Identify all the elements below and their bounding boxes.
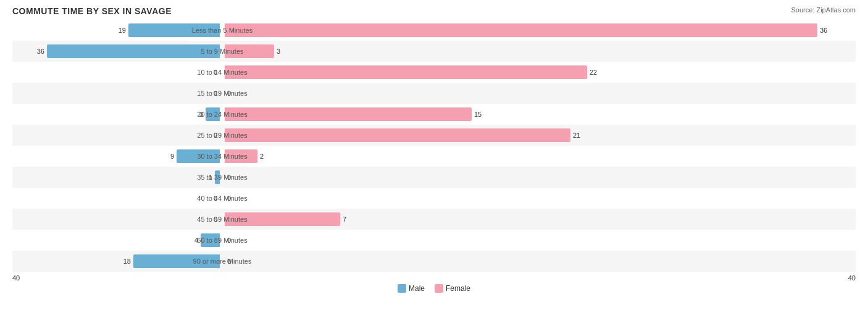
- left-section: 19: [12, 20, 222, 41]
- table-row: 045 to 59 Minutes7: [12, 209, 856, 230]
- female-value: 0: [227, 174, 231, 181]
- table-row: 930 to 34 Minutes2: [12, 146, 856, 167]
- left-section: 0: [12, 83, 222, 104]
- female-color-box: [435, 284, 443, 293]
- rows-wrapper: 19Less than 5 Minutes36365 to 9 Minutes3…: [12, 20, 856, 272]
- right-section: 0: [222, 167, 856, 188]
- male-value: 0: [214, 195, 217, 202]
- male-value: 36: [37, 48, 44, 55]
- male-color-box: [398, 284, 406, 293]
- female-value: 15: [474, 111, 482, 118]
- chart-title: COMMUTE TIME BY SEX IN SAVAGE: [12, 6, 856, 16]
- table-row: 040 to 44 Minutes0: [12, 188, 856, 209]
- male-value: 1: [209, 174, 212, 181]
- table-row: 365 to 9 Minutes3: [12, 41, 856, 62]
- table-row: 135 to 39 Minutes0: [12, 167, 856, 188]
- female-value: 7: [343, 216, 346, 223]
- table-row: 320 to 24 Minutes15: [12, 104, 856, 125]
- male-value: 18: [123, 258, 131, 265]
- table-row: 015 to 19 Minutes0: [12, 83, 856, 104]
- male-bar: [201, 233, 220, 247]
- left-section: 3: [12, 104, 222, 125]
- right-section: 0: [222, 230, 856, 251]
- male-value: 0: [214, 216, 217, 223]
- right-section: 2: [222, 146, 856, 167]
- right-section: 0: [222, 251, 856, 272]
- axis-left: 40: [12, 274, 20, 282]
- female-bar: [225, 149, 257, 163]
- table-row: 19Less than 5 Minutes36: [12, 20, 856, 41]
- left-section: 9: [12, 146, 222, 167]
- table-row: 025 to 29 Minutes21: [12, 125, 856, 146]
- left-section: 0: [12, 62, 222, 83]
- left-section: 36: [12, 41, 222, 62]
- female-value: 21: [573, 132, 580, 139]
- male-value: 3: [199, 111, 203, 118]
- female-value: 2: [260, 153, 264, 160]
- female-value: 0: [227, 195, 231, 202]
- legend-female: Female: [435, 284, 470, 293]
- source-text: Source: ZipAtlas.com: [791, 6, 856, 14]
- male-value: 4: [194, 237, 198, 244]
- legend-male: Male: [398, 284, 425, 293]
- right-section: 3: [222, 41, 856, 62]
- left-section: 4: [12, 230, 222, 251]
- male-value: 19: [119, 27, 126, 34]
- female-bar: [225, 128, 570, 142]
- male-bar: [215, 170, 220, 184]
- female-value: 22: [590, 69, 597, 76]
- legend: Male Female: [12, 284, 856, 293]
- table-row: 1890 or more Minutes0: [12, 251, 856, 272]
- axis-labels: 40 40: [12, 274, 856, 282]
- male-bar: [177, 149, 220, 163]
- male-bar: [128, 23, 220, 37]
- female-value: 0: [227, 90, 231, 97]
- right-section: 0: [222, 188, 856, 209]
- female-value: 3: [277, 48, 280, 55]
- female-bar: [225, 65, 587, 79]
- female-value: 0: [227, 237, 231, 244]
- left-section: 0: [12, 125, 222, 146]
- male-label: Male: [409, 284, 425, 293]
- female-value: 36: [820, 27, 827, 34]
- male-bar: [133, 254, 220, 268]
- female-value: 0: [227, 258, 231, 265]
- left-section: 0: [12, 209, 222, 230]
- right-section: 15: [222, 104, 856, 125]
- left-section: 1: [12, 167, 222, 188]
- right-section: 0: [222, 83, 856, 104]
- male-value: 0: [214, 90, 217, 97]
- male-value: 0: [214, 69, 217, 76]
- male-bar: [47, 44, 220, 58]
- right-section: 7: [222, 209, 856, 230]
- table-row: 460 to 89 Minutes0: [12, 230, 856, 251]
- right-section: 36: [222, 20, 856, 41]
- right-section: 22: [222, 62, 856, 83]
- male-value: 9: [170, 153, 174, 160]
- female-bar: [225, 44, 274, 58]
- female-bar: [225, 107, 472, 121]
- chart-area: 19Less than 5 Minutes36365 to 9 Minutes3…: [12, 20, 856, 281]
- left-section: 0: [12, 188, 222, 209]
- female-label: Female: [446, 284, 470, 293]
- male-value: 0: [214, 132, 217, 139]
- chart-container: COMMUTE TIME BY SEX IN SAVAGE Source: Zi…: [0, 0, 868, 323]
- table-row: 010 to 14 Minutes22: [12, 62, 856, 83]
- female-bar: [225, 212, 340, 226]
- right-section: 21: [222, 125, 856, 146]
- male-bar: [206, 107, 220, 121]
- left-section: 18: [12, 251, 222, 272]
- axis-right: 40: [848, 274, 856, 282]
- female-bar: [225, 23, 817, 37]
